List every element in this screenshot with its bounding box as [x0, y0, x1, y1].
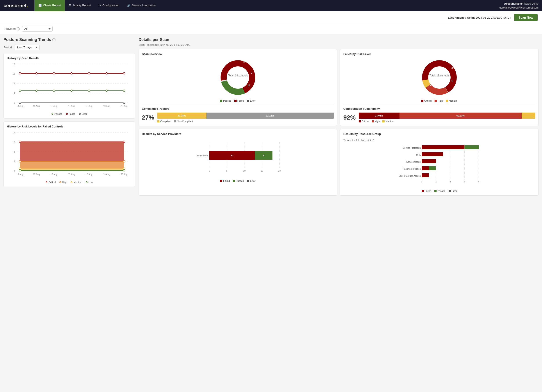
- provider-select[interactable]: All Salesforce Office 365: [22, 26, 53, 32]
- posture-info-icon[interactable]: i: [52, 38, 55, 41]
- error-icon: [79, 113, 81, 115]
- svg-point-34: [19, 102, 21, 104]
- svg-point-59: [123, 141, 125, 143]
- svg-text:10: 10: [243, 170, 246, 172]
- scan-overview-svg: 13 5 0 Total: 18 controls: [218, 58, 258, 97]
- service-icon: 🔗: [127, 4, 130, 7]
- provider-info-icon[interactable]: i: [17, 27, 20, 31]
- high-sq: [434, 100, 437, 102]
- compliance-percentage: 27%: [142, 114, 154, 121]
- failed-res-legend: Failed: [422, 190, 431, 192]
- compliance-section: Compliance Posture 27% 27.78% 72.22%: [142, 105, 334, 123]
- high-legend: High: [434, 99, 443, 102]
- compliance-bar: 27.78% 72.22%: [157, 113, 334, 119]
- resource-title-row: Results by Resource Group: [343, 132, 535, 138]
- posture-section-title: Posture Scanning Trends i: [4, 37, 135, 42]
- critical-vuln-sq: [359, 120, 361, 122]
- chart2-legend: Critical High Medium Low: [7, 181, 132, 184]
- svg-text:5: 5: [243, 60, 244, 63]
- config-bar: 23.08% 69.23%: [359, 113, 535, 119]
- failed-service-legend: Failed: [220, 180, 230, 182]
- chart1-title: History by Scan Results: [7, 57, 132, 60]
- high-vuln-sq: [372, 120, 374, 122]
- scan-bar: Last Finished Scan: 2024-08-20 14:02:30 …: [0, 11, 542, 24]
- service-legend: Failed Passed Error: [142, 180, 334, 182]
- provider-label: Provider: i: [4, 27, 20, 31]
- medium-icon: [70, 181, 72, 183]
- compliant-bar: 27.78%: [157, 113, 206, 119]
- compliance-legend: Compliant Non-Compliant: [157, 120, 334, 123]
- svg-text:8: 8: [14, 82, 15, 85]
- svg-point-32: [123, 90, 125, 91]
- svg-text:4: 4: [14, 160, 15, 163]
- resource-subtitle: To view the full chart, click ↗: [343, 139, 535, 142]
- critical-vuln-legend: Critical: [359, 120, 369, 123]
- svg-marker-56: [20, 142, 124, 161]
- nav-charts-label: Charts Report: [43, 4, 61, 7]
- resource-legend: Failed Passed Error: [343, 190, 535, 192]
- service-providers-svg: 0 5 10 15 20 Salesforce 13 5: [142, 140, 334, 175]
- nav-item-configuration[interactable]: ⚙ Configuration: [95, 0, 123, 11]
- svg-text:16: 16: [12, 131, 15, 134]
- external-link-icon[interactable]: ↗: [372, 139, 374, 142]
- svg-text:14 Aug: 14 Aug: [16, 105, 23, 107]
- svg-text:20 Aug: 20 Aug: [121, 105, 127, 107]
- svg-point-61: [19, 160, 21, 162]
- failed-risk-svg: 9 3 1 Total: 13 controls: [420, 58, 459, 97]
- svg-point-21: [70, 73, 72, 74]
- svg-point-24: [123, 73, 125, 74]
- legend-passed: Passed: [52, 113, 62, 115]
- left-panel: Posture Scanning Trends i Period: Last 7…: [4, 37, 135, 392]
- scan-timestamp-label: Scan Timestamp: 2024-08-20 14:02:30 UTC: [139, 43, 538, 46]
- svg-text:18 Aug: 18 Aug: [86, 105, 92, 107]
- logo-dot: .: [27, 3, 28, 8]
- svg-rect-118: [429, 166, 436, 170]
- config-vuln-percentage: 92%: [343, 114, 356, 121]
- passed-legend: Passed: [220, 99, 231, 102]
- svg-text:13: 13: [231, 154, 233, 157]
- low-icon: [86, 181, 87, 183]
- config-icon: ⚙: [99, 4, 101, 7]
- svg-point-30: [88, 90, 90, 91]
- compliance-posture-bar: 27% 27.78% 72.22%: [142, 113, 334, 123]
- svg-text:4: 4: [450, 180, 451, 183]
- legend-failed: Failed: [66, 113, 76, 115]
- period-select[interactable]: Last 7 days Last 30 days Last 90 days: [15, 45, 40, 50]
- resource-group-title: Results by Resource Group: [343, 132, 381, 136]
- medium-vuln-legend: Medium: [382, 120, 394, 123]
- svg-text:18 Aug: 18 Aug: [86, 173, 92, 176]
- service-providers-chart: 0 5 10 15 20 Salesforce 13 5: [142, 138, 334, 178]
- provider-bar: Provider: i All Salesforce Office 365: [0, 24, 542, 34]
- details-cards-grid: Scan Overview 13: [139, 49, 538, 196]
- svg-rect-117: [422, 166, 429, 170]
- svg-point-64: [19, 168, 21, 170]
- compliant-sq: [157, 120, 159, 122]
- passed-service-sq: [233, 180, 235, 182]
- details-title: Details per Scan: [139, 37, 538, 42]
- error-service-sq: [247, 180, 249, 182]
- nav-item-service[interactable]: 🔗 Service Integration: [123, 0, 159, 11]
- period-bar: Period: Last 7 days Last 30 days Last 90…: [4, 45, 135, 50]
- nav-item-charts[interactable]: 📊 Charts Report: [34, 0, 65, 11]
- scan-overview-title: Scan Overview: [142, 52, 334, 56]
- high-bar: 69.23%: [400, 113, 522, 119]
- passed-icon: [52, 113, 53, 115]
- svg-text:15: 15: [261, 170, 263, 172]
- svg-point-20: [53, 73, 55, 74]
- svg-text:17 Aug: 17 Aug: [68, 173, 75, 176]
- svg-point-23: [106, 73, 108, 74]
- config-vuln-bar-container: 23.08% 69.23% Critical: [359, 113, 535, 123]
- svg-point-62: [123, 160, 125, 162]
- nav-service-label: Service Integration: [132, 4, 155, 7]
- user-email: gareth.lockwood@censornet.com: [499, 6, 538, 10]
- svg-point-26: [19, 90, 21, 91]
- nav-item-activity[interactable]: ☰ Activity Report: [65, 0, 95, 11]
- config-vuln-bar: 92% 23.08% 69.23%: [343, 113, 535, 123]
- svg-point-65: [123, 168, 125, 170]
- account-label: Account Name:: [504, 2, 523, 5]
- config-vuln-title: Configuration Vulnerability: [343, 107, 535, 110]
- svg-text:12: 12: [12, 141, 15, 143]
- scan-now-button[interactable]: Scan Now: [514, 14, 538, 21]
- svg-text:16 Aug: 16 Aug: [50, 173, 57, 176]
- svg-rect-111: [465, 145, 479, 149]
